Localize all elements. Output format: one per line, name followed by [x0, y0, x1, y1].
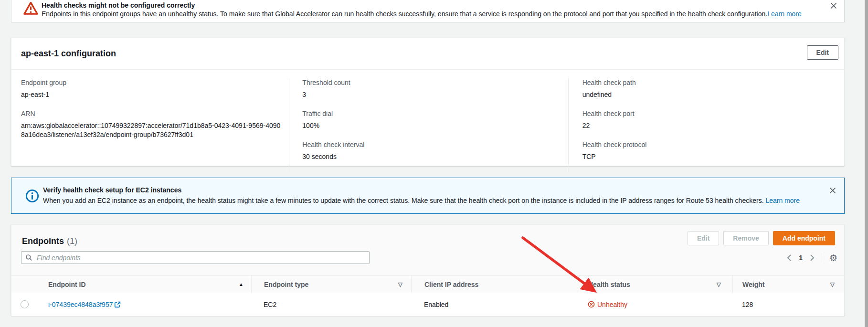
- sort-ascending-icon: ▲: [239, 282, 243, 287]
- field-health-check-protocol: Health check protocol TCP: [582, 140, 844, 161]
- field-value: ap-east-1: [21, 90, 289, 99]
- close-icon: [829, 187, 836, 194]
- config-panel-title: ap-east-1 configuration: [21, 49, 116, 59]
- info-banner: Verify health check setup for EC2 instan…: [11, 178, 845, 214]
- field-label: Threshold count: [302, 78, 568, 87]
- row-endpoint-type-cell: EC2: [251, 293, 411, 316]
- endpoints-title: Endpoints(1): [22, 236, 77, 246]
- status-badge: Unhealthy: [588, 301, 627, 308]
- vertical-scrollbar[interactable]: [865, 0, 868, 327]
- filter-icon: ▽: [398, 281, 402, 288]
- field-health-check-interval: Health check interval 30 seconds: [302, 140, 568, 161]
- column-header-client-ip[interactable]: Client IP address: [411, 276, 577, 293]
- info-close-button[interactable]: [828, 186, 837, 195]
- column-label: Health status: [588, 281, 630, 288]
- info-learn-more-link[interactable]: Learn more: [765, 197, 800, 204]
- search-icon: [25, 254, 32, 261]
- warning-description-text: Endpoints in this endpoint groups have a…: [42, 10, 767, 18]
- row-health-status-cell: Unhealthy: [577, 293, 732, 316]
- select-all-header-cell: [11, 276, 37, 293]
- page-number[interactable]: 1: [799, 254, 803, 262]
- settings-gear-icon[interactable]: ⚙: [829, 253, 837, 263]
- next-page-button[interactable]: [810, 254, 815, 262]
- warning-triangle-icon: [23, 1, 38, 16]
- info-description: When you add an EC2 instance as an endpo…: [43, 197, 800, 204]
- unhealthy-icon: [588, 301, 595, 308]
- column-header-endpoint-type[interactable]: Endpoint type▽: [251, 276, 411, 293]
- field-value: undefined: [582, 90, 844, 99]
- search-input[interactable]: [36, 253, 365, 262]
- field-label: Health check path: [582, 78, 844, 87]
- info-description-text: When you add an EC2 instance as an endpo…: [43, 197, 764, 204]
- endpoints-search: [21, 251, 370, 264]
- add-endpoint-button[interactable]: Add endpoint: [773, 231, 835, 245]
- info-icon: [25, 189, 39, 203]
- column-header-health-status[interactable]: Health status▽: [577, 276, 732, 293]
- field-value: TCP: [582, 152, 844, 161]
- column-label: Endpoint ID: [48, 281, 86, 288]
- config-column-3: Health check path undefined Health check…: [568, 78, 844, 171]
- warning-banner: Health checks might not be configured co…: [11, 0, 845, 22]
- field-value: 30 seconds: [302, 152, 568, 161]
- config-panel-header: ap-east-1 configuration Edit: [11, 38, 844, 70]
- field-label: Health check port: [582, 109, 844, 118]
- status-text: Unhealthy: [597, 301, 627, 308]
- field-label: ARN: [21, 109, 289, 118]
- table-header: Endpoint ID▲ Endpoint type▽ Client IP ad…: [11, 275, 844, 293]
- column-label: Weight: [742, 281, 764, 288]
- endpoints-panel: Endpoints(1) Edit Remove Add endpoint 1: [11, 224, 845, 316]
- endpoint-id-link[interactable]: i-07439ec4848a3f957: [48, 301, 113, 308]
- endpoints-title-text: Endpoints: [22, 236, 64, 246]
- field-label: Traffic dial: [302, 109, 568, 118]
- field-threshold-count: Threshold count 3: [302, 78, 568, 99]
- endpoints-actions: Edit Remove Add endpoint: [688, 231, 835, 245]
- field-health-check-path: Health check path undefined: [582, 78, 844, 99]
- config-column-1: Endpoint group ap-east-1 ARN arn:aws:glo…: [11, 78, 289, 171]
- field-arn: ARN arn:aws:globalaccelerator::107499322…: [21, 109, 289, 139]
- field-value: 22: [582, 121, 844, 130]
- column-label: Client IP address: [424, 281, 478, 288]
- external-link-icon: [114, 301, 121, 308]
- row-radio-button[interactable]: [21, 300, 29, 308]
- row-weight-cell: 128: [732, 293, 844, 316]
- field-label: Health check interval: [302, 140, 568, 149]
- column-header-weight[interactable]: Weight▽: [732, 276, 844, 293]
- pagination: 1 ⚙: [787, 252, 837, 264]
- row-client-ip-cell: Enabled: [411, 293, 577, 316]
- table-row: i-07439ec4848a3f957 EC2 Enabled Unhealth…: [11, 293, 844, 316]
- endpoints-edit-button[interactable]: Edit: [688, 231, 719, 245]
- config-panel: ap-east-1 configuration Edit Endpoint gr…: [11, 38, 845, 166]
- config-panel-body: Endpoint group ap-east-1 ARN arn:aws:glo…: [11, 70, 844, 171]
- filter-icon: ▽: [717, 281, 721, 288]
- page: Health checks might not be configured co…: [0, 0, 868, 327]
- row-select-cell: [11, 293, 37, 316]
- field-value: arn:aws:globalaccelerator::107499322897:…: [21, 121, 284, 139]
- config-edit-button[interactable]: Edit: [807, 45, 838, 60]
- pagination-divider: [822, 253, 822, 263]
- field-endpoint-group: Endpoint group ap-east-1: [21, 78, 289, 99]
- config-column-2: Threshold count 3 Traffic dial 100% Heal…: [289, 78, 568, 171]
- column-label: Endpoint type: [264, 281, 308, 288]
- field-label: Health check protocol: [582, 140, 844, 149]
- warning-close-button[interactable]: [829, 1, 838, 11]
- close-icon: [830, 2, 837, 10]
- info-title: Verify health check setup for EC2 instan…: [43, 186, 181, 194]
- field-health-check-port: Health check port 22: [582, 109, 844, 130]
- field-traffic-dial: Traffic dial 100%: [302, 109, 568, 130]
- chevron-right-icon: [810, 254, 815, 262]
- chevron-left-icon: [787, 254, 792, 262]
- warning-learn-more-link[interactable]: Learn more: [767, 10, 802, 18]
- endpoints-remove-button[interactable]: Remove: [723, 231, 768, 245]
- row-endpoint-id-cell: i-07439ec4848a3f957: [37, 293, 251, 316]
- field-value: 100%: [302, 121, 568, 130]
- column-header-endpoint-id[interactable]: Endpoint ID▲: [37, 276, 251, 293]
- filter-icon: ▽: [830, 281, 835, 288]
- previous-page-button[interactable]: [787, 254, 792, 262]
- field-label: Endpoint group: [21, 78, 289, 87]
- warning-description: Endpoints in this endpoint groups have a…: [42, 10, 802, 18]
- endpoints-count: (1): [67, 236, 77, 246]
- warning-title: Health checks might not be configured co…: [42, 1, 195, 9]
- field-value: 3: [302, 90, 568, 99]
